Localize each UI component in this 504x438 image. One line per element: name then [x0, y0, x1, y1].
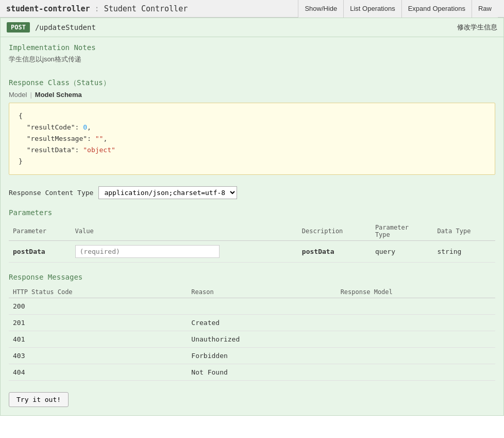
response-messages-section: Response Messages HTTP Status Code Reaso… — [1, 269, 503, 387]
reason-201: Created — [187, 315, 336, 331]
status-code-401: 401 — [9, 331, 187, 348]
parameters-header-row: Parameter Value Description ParameterTyp… — [9, 222, 495, 241]
response-messages-table: HTTP Status Code Reason Response Model 2… — [9, 286, 495, 381]
response-class-title: Response Class（Status） — [9, 78, 495, 88]
status-code-404: 404 — [9, 364, 187, 381]
endpoint-path: /updateStudent — [35, 23, 457, 31]
model-401 — [337, 331, 495, 348]
param-type: query — [371, 241, 433, 263]
col-response-model: Response Model — [337, 286, 495, 298]
table-row: 200 — [9, 298, 495, 315]
tab-separator: | — [30, 91, 31, 99]
method-badge: POST — [7, 22, 30, 33]
reason-200 — [187, 298, 336, 315]
response-class-section: Response Class（Status） Model | Model Sch… — [1, 72, 503, 181]
header-title: student-controller : Student Controller — [6, 4, 298, 13]
status-code-403: 403 — [9, 348, 187, 364]
param-description: postData — [298, 241, 371, 263]
content-type-row: Response Content Type application/json;c… — [1, 181, 503, 204]
header: student-controller : Student Controller … — [0, 0, 504, 18]
col-description: Description — [298, 222, 371, 241]
param-name: postData — [9, 241, 71, 263]
response-header-row: HTTP Status Code Reason Response Model — [9, 286, 495, 298]
table-row: 201 Created — [9, 315, 495, 331]
param-value-input[interactable] — [75, 245, 220, 258]
list-operations-action[interactable]: List Operations — [343, 0, 401, 18]
col-reason: Reason — [187, 286, 336, 298]
reason-401: Unauthorized — [187, 331, 336, 348]
try-it-out-button[interactable]: Try it out! — [9, 392, 69, 407]
model-403 — [337, 348, 495, 364]
model-tabs: Model | Model Schema — [9, 91, 495, 99]
table-row: postData postData query string — [9, 241, 495, 263]
show-hide-action[interactable]: Show/Hide — [298, 0, 343, 18]
status-code-201: 201 — [9, 315, 187, 331]
header-actions: Show/Hide List Operations Expand Operati… — [298, 0, 498, 18]
table-row: 404 Not Found — [9, 364, 495, 381]
col-parameter: Parameter — [9, 222, 71, 241]
param-value-cell — [71, 241, 298, 263]
endpoint-row: POST /updateStudent 修改学生信息 — [1, 18, 503, 37]
response-messages-title: Response Messages — [9, 273, 495, 281]
controller-name: student-controller — [6, 4, 90, 13]
implementation-notes-title: Implementation Notes — [9, 43, 495, 52]
col-http-status: HTTP Status Code — [9, 286, 187, 298]
expand-operations-action[interactable]: Expand Operations — [401, 0, 472, 18]
model-schema-tab[interactable]: Model Schema — [35, 91, 82, 99]
col-parameter-type: ParameterType — [371, 222, 433, 241]
param-description-text: postData — [302, 248, 334, 255]
content-type-label: Response Content Type — [9, 189, 93, 197]
controller-label: Student Controller — [104, 4, 188, 13]
table-row: 403 Forbidden — [9, 348, 495, 364]
col-data-type: Data Type — [433, 222, 495, 241]
implementation-notes-section: Implementation Notes 学生信息以json格式传递 — [1, 37, 503, 72]
header-colon: : — [90, 4, 104, 13]
model-404 — [337, 364, 495, 381]
parameters-section: Parameters Parameter Value Description P… — [1, 204, 503, 269]
implementation-notes-text: 学生信息以json格式传递 — [9, 55, 495, 64]
endpoint-description: 修改学生信息 — [457, 23, 497, 32]
main-content: POST /updateStudent 修改学生信息 Implementatio… — [0, 18, 504, 416]
parameters-title: Parameters — [9, 208, 495, 217]
model-201 — [337, 315, 495, 331]
param-data-type: string — [433, 241, 495, 263]
model-tab[interactable]: Model — [9, 91, 27, 99]
reason-404: Not Found — [187, 364, 336, 381]
content-type-select[interactable]: application/json;charset=utf-8 applicati… — [98, 186, 237, 199]
reason-403: Forbidden — [187, 348, 336, 364]
model-200 — [337, 298, 495, 315]
status-code-200: 200 — [9, 298, 187, 315]
col-value: Value — [71, 222, 298, 241]
table-row: 401 Unauthorized — [9, 331, 495, 348]
model-schema-code: { "resultCode": 0, "resultMessage": "", … — [9, 103, 495, 175]
raw-action[interactable]: Raw — [472, 0, 498, 18]
parameters-table: Parameter Value Description ParameterTyp… — [9, 222, 495, 263]
